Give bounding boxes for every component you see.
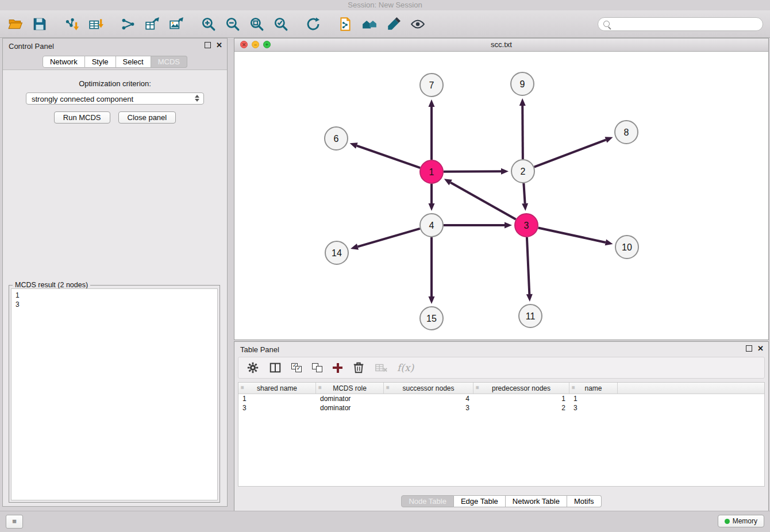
table-cell[interactable]: 3 [384,403,473,413]
edge-3-1[interactable] [451,183,516,219]
column-type-icon: ≡ [241,384,244,391]
memory-button[interactable]: Memory [718,515,764,527]
edge-1-2[interactable] [444,171,501,172]
status-bar: ≡ Memory [0,511,770,532]
table-cell[interactable]: 1 [569,394,618,403]
edge-3-10[interactable] [538,228,606,242]
table-panel-header: Table Panel ✕ [234,342,768,357]
edge-arrow-1-6 [350,142,358,148]
table-cell[interactable]: 3 [569,403,618,413]
zoom-in-icon[interactable] [200,16,217,33]
close-panel-button[interactable]: Close panel [118,111,176,124]
function-builder-icon[interactable]: f(x) [397,360,414,375]
float-panel-icon[interactable] [205,42,211,48]
settings-gear-icon[interactable] [247,360,259,375]
network-view-window: ✕ − + scc.txt 7968124314101511 [234,38,769,340]
edge-2-3[interactable] [523,183,525,203]
node-label-14: 14 [332,248,342,258]
edge-2-8[interactable] [534,140,606,167]
column-header-mcds-role[interactable]: ≡MCDS role [316,383,384,394]
add-column-icon[interactable] [333,360,342,375]
memory-label: Memory [733,515,757,527]
edge-arrow-4-15 [429,296,435,304]
zoom-out-icon[interactable] [224,16,241,33]
column-header-predecessor-nodes[interactable]: ≡predecessor nodes [473,383,569,394]
column-header-successor-nodes[interactable]: ≡successor nodes [384,383,473,394]
copy-network-icon[interactable] [337,16,354,33]
table-panel-tabs: Node TableEdge TableNetwork TableMotifs [234,495,768,507]
node-label-4: 4 [429,221,434,230]
edge-1-6[interactable] [357,146,420,168]
criterion-dropdown[interactable]: strongly connected component [26,92,204,105]
edge-4-14[interactable] [357,229,419,247]
edge-3-11[interactable] [527,237,529,294]
table-cell[interactable]: 1 [238,394,316,403]
node-label-11: 11 [526,311,536,321]
deselect-all-icon[interactable] [312,363,323,373]
tab-select[interactable]: Select [116,56,151,68]
table-cell[interactable]: 1 [473,394,569,403]
table-row[interactable]: 1dominator411 [238,394,764,403]
refresh-icon[interactable] [305,16,322,33]
minimize-window-icon[interactable]: − [252,41,259,48]
style-icon[interactable] [385,16,402,33]
tab-motifs[interactable]: Motifs [567,495,602,507]
edge-arrow-4-3 [505,222,512,229]
search-input[interactable] [613,19,757,29]
column-header-name[interactable]: ≡name [569,383,618,394]
select-all-icon[interactable]: ✓✓ [291,363,302,373]
dropdown-arrows-icon [195,95,199,102]
export-image-icon[interactable] [168,16,185,33]
tab-style[interactable]: Style [85,56,116,68]
table-cell[interactable]: 3 [238,403,316,413]
tab-node-table[interactable]: Node Table [401,495,454,507]
mcds-result-group: MCDS result (2 nodes) 13 [9,285,220,503]
zoom-selected-icon[interactable] [272,16,290,33]
close-control-panel-icon[interactable]: ✕ [216,41,222,49]
delete-table-icon[interactable] [375,360,387,375]
eye-icon[interactable] [409,16,426,33]
column-header-label: name [584,384,602,392]
list-icon: ≡ [12,517,17,526]
edge-arrow-1-7 [429,99,435,107]
tab-mcds[interactable]: MCDS [151,56,187,68]
tab-network-table[interactable]: Network Table [506,495,567,507]
tab-edge-table[interactable]: Edge Table [454,495,506,507]
edge-2-9[interactable] [522,106,523,159]
criterion-dropdown-value: strongly connected component [32,95,133,103]
float-table-panel-icon[interactable] [746,345,752,352]
tab-network[interactable]: Network [43,56,85,68]
column-type-icon: ≡ [318,384,322,391]
network-tools-icon[interactable] [120,16,137,33]
home-icon[interactable] [361,16,378,33]
close-table-panel-icon[interactable]: ✕ [757,345,764,352]
table-toolbar: ✓✓ f(x) [238,357,765,379]
column-header-label: successor nodes [402,384,454,392]
import-table-icon[interactable] [87,16,105,33]
column-header-label: MCDS role [333,384,367,392]
open-file-icon[interactable] [7,16,24,33]
table-cell[interactable]: 4 [384,394,473,403]
network-canvas[interactable]: 7968124314101511 [234,52,767,340]
node-table: ≡shared name≡MCDS role≡successor nodes≡p… [238,382,765,487]
close-window-icon[interactable]: ✕ [240,41,248,48]
node-label-8: 8 [624,128,629,137]
task-history-button[interactable]: ≡ [6,515,23,529]
split-panel-icon[interactable] [269,360,282,375]
maximize-window-icon[interactable]: + [263,41,271,48]
zoom-fit-icon[interactable] [248,16,265,33]
export-table-icon[interactable] [144,16,161,33]
delete-column-icon[interactable] [352,360,365,375]
table-row[interactable]: 3dominator323 [238,403,764,413]
control-panel: Control Panel ✕ NetworkStyleSelectMCDS O… [2,38,228,507]
mcds-result-list: 13 [11,288,218,500]
optimization-criterion-label: Optimization criterion: [3,79,227,88]
save-session-icon[interactable] [31,16,48,33]
run-mcds-button[interactable]: Run MCDS [54,111,110,124]
table-cell[interactable]: dominator [316,394,384,403]
table-cell[interactable]: 2 [473,403,569,413]
import-network-icon[interactable] [63,16,80,33]
table-cell[interactable]: dominator [316,403,384,413]
column-header-shared-name[interactable]: ≡shared name [238,383,316,394]
edge-arrow-1-2 [501,168,509,175]
